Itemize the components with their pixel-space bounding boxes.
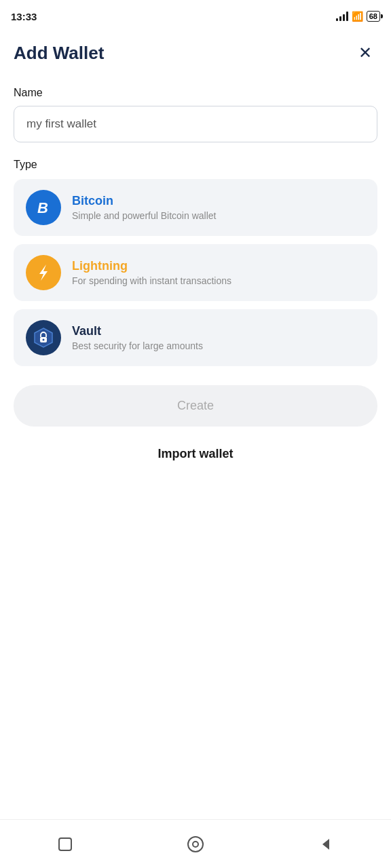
name-label: Name <box>14 87 377 99</box>
page-header: Add Wallet ✕ <box>14 41 377 65</box>
svg-text:B: B <box>37 199 48 216</box>
svg-point-4 <box>43 339 45 341</box>
page-title: Add Wallet <box>14 43 104 64</box>
wallet-card-vault[interactable]: Vault Best security for large amounts <box>14 309 377 366</box>
status-time: 13:33 <box>11 11 37 22</box>
vault-card-text: Vault Best security for large amounts <box>72 324 203 351</box>
type-label: Type <box>14 159 377 171</box>
nav-back-button[interactable] <box>314 832 338 856</box>
status-bar: 13:33 📶 68 <box>0 0 391 30</box>
wallet-card-lightning[interactable]: Lightning For spending with instant tran… <box>14 244 377 301</box>
signal-icon <box>336 12 348 21</box>
svg-point-6 <box>188 837 203 852</box>
vault-name: Vault <box>72 324 203 338</box>
svg-marker-1 <box>39 264 48 281</box>
vault-icon <box>26 320 61 355</box>
close-button[interactable]: ✕ <box>353 41 377 65</box>
vault-desc: Best security for large amounts <box>72 340 203 351</box>
bottom-nav <box>0 819 391 868</box>
wallet-card-bitcoin[interactable]: B Bitcoin Simple and powerful Bitcoin wa… <box>14 179 377 236</box>
lightning-name: Lightning <box>72 259 231 273</box>
bitcoin-desc: Simple and powerful Bitcoin wallet <box>72 210 216 221</box>
nav-home-button[interactable] <box>183 832 208 856</box>
wifi-icon: 📶 <box>352 11 363 22</box>
status-right-icons: 📶 68 <box>336 11 380 22</box>
create-button[interactable]: Create <box>14 385 377 427</box>
wallet-type-list: B Bitcoin Simple and powerful Bitcoin wa… <box>14 179 377 366</box>
import-wallet-link[interactable]: Import wallet <box>14 440 377 468</box>
lightning-icon <box>26 255 61 290</box>
battery-icon: 68 <box>367 11 380 22</box>
lightning-card-text: Lightning For spending with instant tran… <box>72 259 231 286</box>
name-input[interactable] <box>14 106 377 142</box>
lightning-desc: For spending with instant transactions <box>72 275 231 286</box>
bitcoin-icon: B <box>26 190 61 225</box>
bitcoin-card-text: Bitcoin Simple and powerful Bitcoin wall… <box>72 194 216 221</box>
nav-square-button[interactable] <box>53 832 77 856</box>
svg-marker-8 <box>322 839 329 850</box>
main-content: Add Wallet ✕ Name Type B Bitcoin Simple … <box>0 30 391 468</box>
svg-point-7 <box>193 842 198 847</box>
svg-rect-5 <box>59 838 71 850</box>
bitcoin-name: Bitcoin <box>72 194 216 208</box>
